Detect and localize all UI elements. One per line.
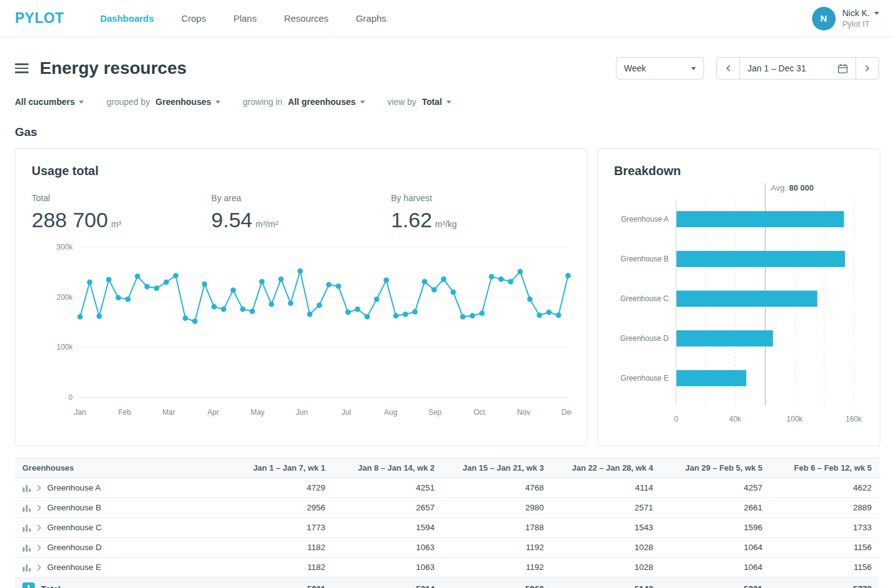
stat-unit: m³/m² <box>256 219 279 229</box>
bar-chart-icon[interactable] <box>22 563 31 572</box>
bar-chart-icon[interactable] <box>22 543 31 552</box>
svg-text:Sep: Sep <box>428 408 442 417</box>
usage-line-chart[interactable]: 0100k200k300kJanFebMarAprMayJunJulAugSep… <box>32 240 572 420</box>
stat-value: 1.62 <box>391 208 432 232</box>
svg-text:160k: 160k <box>846 415 862 423</box>
column-header: Jan 15 – Jan 21, wk 3 <box>442 458 551 478</box>
crop-filter[interactable]: All cucumbers <box>15 97 84 107</box>
chevron-right-icon[interactable] <box>37 544 42 551</box>
table-header-row: GreenhousesJan 1 – Jan 7, wk 1Jan 8 – Ja… <box>15 458 879 478</box>
greenhouse-table: GreenhousesJan 1 – Jan 7, wk 1Jan 8 – Ja… <box>15 458 879 588</box>
svg-text:Greenhouse A: Greenhouse A <box>621 215 669 224</box>
svg-text:40k: 40k <box>729 415 742 423</box>
top-nav-bar: PYLOT Dashboards Crops Plans Resources G… <box>0 0 894 37</box>
date-range-control: Jan 1 – Dec 31 <box>716 57 879 79</box>
user-menu[interactable]: N Nick K. Pylot IT <box>812 7 879 30</box>
value-cell: 2889 <box>770 498 879 518</box>
stat-total: Total 288 700m³ <box>32 193 211 232</box>
stat-unit: m³/kg <box>435 219 457 229</box>
stat-by-area: By area 9.54m³/m² <box>211 193 391 232</box>
svg-text:Greenhouse B: Greenhouse B <box>621 255 669 263</box>
value-cell: 4729 <box>224 478 333 498</box>
growing-in-label: growing in <box>243 97 282 107</box>
section-title-gas: Gas <box>15 125 879 139</box>
bar-chart-icon[interactable] <box>22 504 31 512</box>
chevron-down-icon <box>79 101 84 104</box>
column-header: Jan 29 – Feb 5, wk 5 <box>661 458 770 478</box>
svg-text:100k: 100k <box>56 343 73 351</box>
breakdown-card: Breakdown Avg. 80 000Greenhouse AGreenho… <box>597 148 880 446</box>
usage-stats: Total 288 700m³ By area 9.54m³/m² By har… <box>32 193 571 232</box>
view-by-value: Total <box>422 97 441 107</box>
value-cell: 2956 <box>224 498 333 518</box>
pylot-logo[interactable]: PYLOT <box>15 10 64 27</box>
svg-text:Greenhouse C: Greenhouse C <box>620 294 669 303</box>
chevron-right-icon[interactable] <box>37 524 42 531</box>
svg-text:Mar: Mar <box>163 408 176 417</box>
column-header: Jan 8 – Jan 14, wk 2 <box>333 458 442 478</box>
period-select[interactable]: Week <box>616 57 704 79</box>
svg-text:Aug: Aug <box>384 408 397 417</box>
chevron-left-icon <box>726 65 731 72</box>
breakdown-card-title: Breakdown <box>614 164 864 178</box>
chevron-down-icon <box>215 101 220 104</box>
next-period-button[interactable] <box>856 57 879 79</box>
grouped-by-filter[interactable]: Greenhouses <box>156 97 220 107</box>
prev-period-button[interactable] <box>716 57 740 79</box>
value-cell: 1182 <box>224 558 333 577</box>
value-cell: 1063 <box>333 538 442 558</box>
filter-bar: All cucumbers grouped by Greenhouses gro… <box>15 97 879 107</box>
nav-item-graphs[interactable]: Graphs <box>356 13 386 24</box>
total-label: Total <box>41 584 60 588</box>
svg-text:0: 0 <box>674 415 679 423</box>
svg-text:Nov: Nov <box>517 408 530 417</box>
chevron-right-icon[interactable] <box>37 564 42 571</box>
value-cell: 4251 <box>333 478 442 498</box>
value-cell: 1733 <box>770 518 879 538</box>
value-cell: 2661 <box>661 498 770 518</box>
value-cell: 1156 <box>770 558 879 577</box>
period-select-value: Week <box>624 63 646 73</box>
view-by-filter[interactable]: Total <box>422 97 451 107</box>
table-row: Greenhouse B295626572980257126612889 <box>15 498 879 518</box>
value-cell: 1064 <box>661 558 770 577</box>
chevron-down-icon <box>874 12 879 15</box>
stat-label: By area <box>211 193 391 203</box>
chevron-right-icon[interactable] <box>37 484 42 492</box>
user-name: Nick K. <box>842 8 870 18</box>
bar-chart-icon[interactable] <box>22 484 31 492</box>
date-range-picker[interactable]: Jan 1 – Dec 31 <box>739 57 856 79</box>
value-cell: 1192 <box>442 538 551 558</box>
stat-by-harvest: By harvest 1.62m³/kg <box>391 193 571 232</box>
value-cell: 4257 <box>661 478 770 498</box>
value-cell: 1543 <box>551 518 661 538</box>
nav-item-dashboards[interactable]: Dashboards <box>100 13 154 24</box>
value-cell: 4622 <box>770 478 879 498</box>
greenhouse-name: Greenhouse D <box>47 543 102 552</box>
nav-item-resources[interactable]: Resources <box>284 13 328 24</box>
svg-text:0: 0 <box>68 393 73 402</box>
chevron-right-icon[interactable] <box>37 504 42 512</box>
total-value-cell: 5321 <box>661 577 770 588</box>
growing-in-value: All greenhouses <box>288 97 356 107</box>
value-cell: 1063 <box>333 558 442 577</box>
value-cell: 1594 <box>333 518 442 538</box>
stat-unit: m³ <box>111 219 121 229</box>
svg-text:Jun: Jun <box>296 408 308 417</box>
total-value-cell: 5778 <box>770 577 879 588</box>
total-value-cell: 5960 <box>442 577 551 588</box>
view-by-label: view by <box>387 97 417 107</box>
value-cell: 1596 <box>661 518 770 538</box>
greenhouse-name: Greenhouse C <box>47 523 102 532</box>
table-row: Greenhouse A472942514768411442574622 <box>15 478 879 498</box>
value-cell: 2571 <box>551 498 661 518</box>
menu-icon[interactable] <box>15 62 29 75</box>
nav-item-crops[interactable]: Crops <box>181 13 206 24</box>
breakdown-bar-chart[interactable]: Avg. 80 000Greenhouse AGreenhouse BGreen… <box>614 181 864 429</box>
greenhouse-name: Greenhouse B <box>47 503 101 512</box>
bar-chart-icon[interactable] <box>22 523 31 532</box>
value-cell: 1788 <box>442 518 551 538</box>
avatar[interactable]: N <box>812 7 836 30</box>
nav-item-plans[interactable]: Plans <box>233 13 257 24</box>
growing-in-filter[interactable]: All greenhouses <box>288 97 365 107</box>
